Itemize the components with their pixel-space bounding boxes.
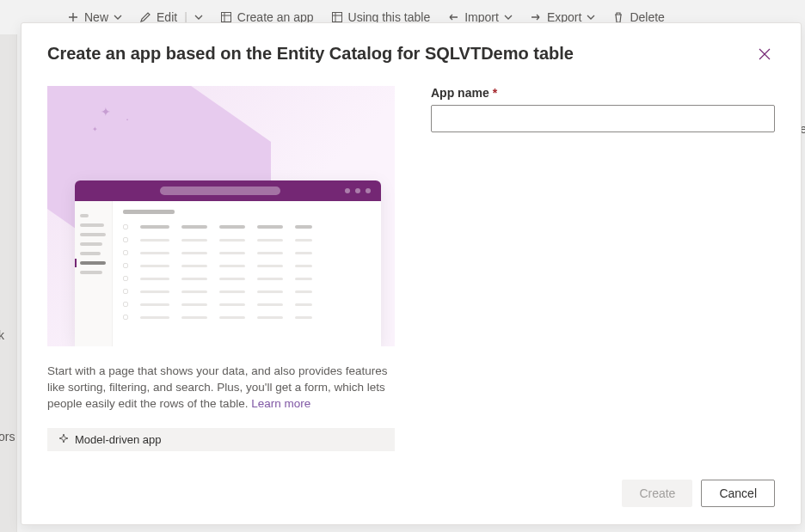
modal-body: ✦ ✦ •: [47, 86, 775, 469]
app-preview-illustration: ✦ ✦ •: [47, 86, 395, 346]
modal-title: Create an app based on the Entity Catalo…: [47, 44, 574, 64]
sparkle-icon: [58, 433, 70, 445]
modal-description: Start with a page that shows your data, …: [47, 364, 395, 413]
model-driven-app-chip: Model-driven app: [47, 428, 395, 451]
mini-app-mockup: [75, 180, 381, 346]
required-indicator: *: [493, 86, 497, 100]
modal-header: Create an app based on the Entity Catalo…: [47, 44, 775, 67]
app-name-input[interactable]: [431, 105, 775, 132]
sparkle-icon: ✦: [92, 125, 98, 133]
app-name-label-text: App name: [431, 86, 489, 100]
create-button[interactable]: Create: [622, 480, 692, 507]
sparkle-icon: ✦: [101, 105, 111, 119]
modal-footer: Create Cancel: [47, 480, 775, 507]
modal-right-column: App name *: [431, 86, 775, 469]
learn-more-link[interactable]: Learn more: [251, 397, 310, 410]
sparkle-icon: •: [126, 117, 128, 122]
cancel-button[interactable]: Cancel: [701, 480, 775, 507]
close-button[interactable]: [754, 44, 775, 67]
chip-label: Model-driven app: [75, 433, 161, 446]
app-name-label: App name *: [431, 86, 775, 100]
create-app-modal: Create an app based on the Entity Catalo…: [21, 22, 802, 525]
description-text: Start with a page that shows your data, …: [47, 364, 387, 410]
modal-left-column: ✦ ✦ •: [47, 86, 395, 469]
